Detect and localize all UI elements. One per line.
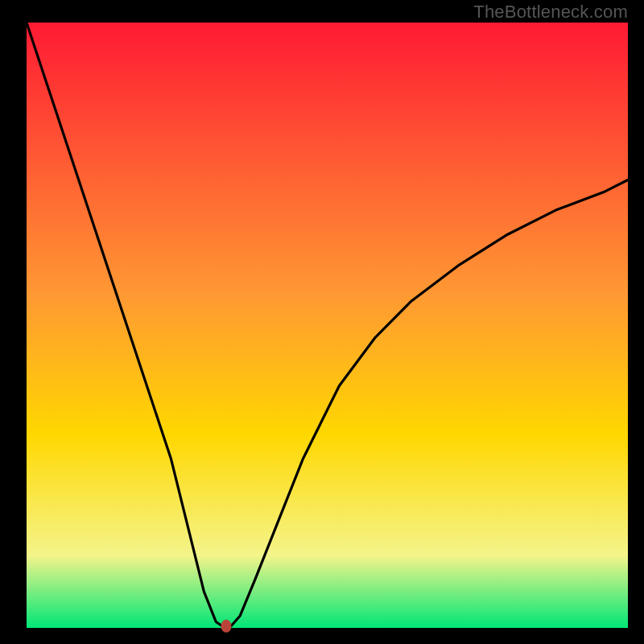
plot-background bbox=[27, 23, 628, 628]
watermark-text: TheBottleneck.com bbox=[473, 2, 628, 23]
optimum-marker bbox=[221, 620, 232, 633]
chart-frame: TheBottleneck.com bbox=[0, 0, 644, 644]
chart-canvas bbox=[0, 0, 644, 644]
